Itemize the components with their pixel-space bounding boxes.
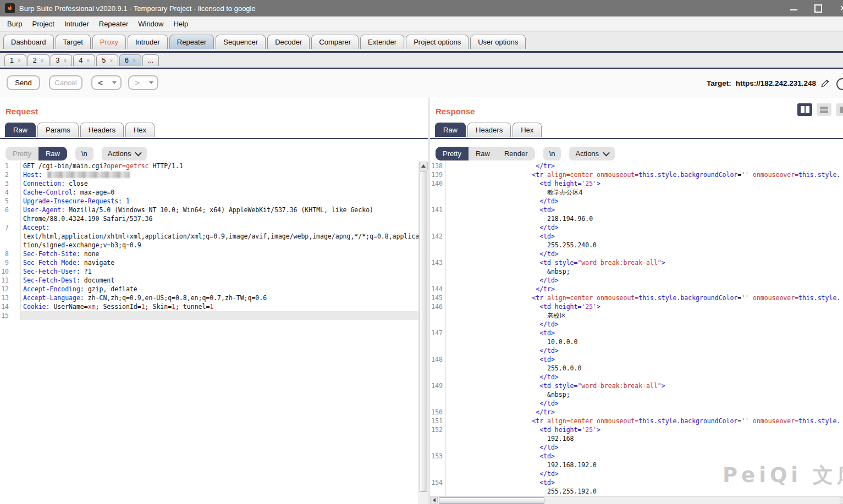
main-tab-sequencer[interactable]: Sequencer [216, 35, 266, 49]
response-view-raw[interactable]: Raw [469, 147, 497, 160]
main-tab-repeater[interactable]: Repeater [169, 35, 214, 49]
layout-columns-button[interactable] [797, 103, 812, 116]
forward-button[interactable]: > [128, 75, 158, 90]
editor-line[interactable]: 1GET /cgi-bin/main.cgi?oper=getrsc HTTP/… [0, 162, 419, 170]
main-tab-dashboard[interactable]: Dashboard [3, 35, 54, 49]
editor-line[interactable]: 11Sec-Fetch-Dest: document [0, 276, 419, 285]
minimize-button[interactable] [790, 4, 797, 12]
line-number: 147 [430, 329, 446, 337]
repeater-tab-2[interactable]: 2× [27, 54, 49, 66]
editor-line[interactable]: Chrome/88.0.4324.190 Safari/537.36 [0, 214, 419, 223]
close-tab-icon[interactable]: × [86, 58, 90, 64]
response-tab-hex[interactable]: Hex [513, 123, 542, 137]
main-tab-extender[interactable]: Extender [360, 35, 404, 49]
scroll-up-button[interactable] [419, 162, 428, 170]
line-number [430, 434, 446, 443]
editor-line[interactable]: 9Sec-Fetch-Mode: navigate [0, 258, 419, 267]
request-view-raw[interactable]: Raw [38, 147, 67, 160]
response-horizontal-scrollbar[interactable] [430, 496, 843, 504]
main-tab-proxy[interactable]: Proxy [92, 35, 126, 49]
request-view-pretty[interactable]: Pretty [5, 147, 38, 160]
response-tab-raw[interactable]: Raw [435, 123, 466, 137]
dropdown-arrow-icon[interactable] [112, 81, 117, 84]
close-tab-icon[interactable]: × [18, 58, 21, 64]
request-editor[interactable]: 1GET /cgi-bin/main.cgi?oper=getrsc HTTP/… [0, 162, 419, 504]
dropdown-arrow-icon[interactable] [149, 81, 153, 84]
close-tab-icon[interactable]: × [109, 58, 113, 64]
editor-line[interactable]: 12Accept-Encoding: gzip, deflate [0, 285, 419, 293]
editor-line[interactable]: 7Accept: [0, 223, 419, 232]
editor-line[interactable]: 15 [0, 311, 419, 320]
menu-item-window[interactable]: Window [133, 18, 168, 30]
repeater-tab-6[interactable]: 6× [119, 54, 141, 66]
menu-item-burp[interactable]: Burp [2, 18, 27, 30]
repeater-tab-more[interactable]: ... [142, 54, 159, 66]
line-number: 145 [430, 293, 446, 302]
request-tab-params[interactable]: Params [37, 123, 79, 137]
main-tab-decoder[interactable]: Decoder [267, 35, 310, 49]
request-tab-hex[interactable]: Hex [125, 123, 155, 137]
repeater-tab-4[interactable]: 4× [73, 54, 95, 66]
request-actions-button[interactable]: Actions [102, 147, 147, 160]
menu-item-project[interactable]: Project [27, 18, 59, 30]
repeater-tab-1[interactable]: 1× [4, 54, 26, 66]
main-tab-target[interactable]: Target [56, 35, 91, 49]
response-editor[interactable]: 138 </tr>139 <tr align=center onmouseout… [430, 162, 843, 497]
back-button[interactable]: < [91, 75, 122, 90]
editor-line: 255.255.240.0 [430, 241, 843, 250]
editor-line[interactable]: 8Sec-Fetch-Site: none [0, 250, 419, 258]
cancel-button[interactable]: Cancel [49, 75, 82, 90]
line-content: </td> [446, 443, 843, 452]
scrollbar-thumb[interactable] [420, 171, 427, 492]
editor-line: 141 <td> [430, 206, 843, 214]
close-tab-icon[interactable]: × [41, 58, 44, 64]
repeater-tab-3[interactable]: 3× [51, 54, 73, 66]
editor-line[interactable]: text/html,application/xhtml+xml,applicat… [0, 232, 419, 241]
line-number [430, 461, 446, 469]
repeater-tab-5[interactable]: 5× [96, 54, 118, 66]
response-actions-button[interactable]: Actions [569, 147, 615, 160]
editor-line[interactable]: 5Upgrade-Insecure-Requests: 1 [0, 197, 419, 206]
scroll-left-button[interactable] [430, 497, 438, 503]
editor-line[interactable]: tion/signed-exchange;v=b3;q=0.9 [0, 241, 419, 250]
line-number [430, 469, 446, 478]
response-view-render[interactable]: Render [497, 147, 535, 160]
editor-line[interactable]: 3Connection: close [0, 179, 419, 188]
response-view-pretty[interactable]: Pretty [436, 147, 469, 160]
help-icon[interactable] [836, 78, 843, 90]
menu-item-help[interactable]: Help [168, 18, 193, 30]
editor-line[interactable]: 13Accept-Language: zh-CN,zh;q=0.9,en-US;… [0, 293, 419, 302]
edit-target-pencil-icon[interactable] [820, 79, 830, 88]
maximize-button[interactable] [814, 4, 822, 12]
menu-item-repeater[interactable]: Repeater [94, 18, 133, 30]
main-tab-comparer[interactable]: Comparer [311, 35, 359, 49]
main-tab-project-options[interactable]: Project options [406, 35, 469, 49]
request-tab-raw[interactable]: Raw [5, 123, 36, 137]
scrollbar-thumb[interactable] [439, 497, 544, 504]
request-tab-headers[interactable]: Headers [80, 123, 124, 137]
response-newline-toggle[interactable]: \n [543, 147, 561, 160]
line-number [430, 364, 446, 373]
scroll-right-button[interactable] [840, 497, 843, 503]
response-tab-headers[interactable]: Headers [467, 123, 511, 137]
close-button[interactable]: ✕ [839, 4, 843, 12]
menu-item-intruder[interactable]: Intruder [59, 18, 94, 30]
title-bar: Burp Suite Professional v2020.9.1 - Temp… [0, 0, 843, 16]
line-content: Sec-Fetch-User: ?1 [21, 267, 419, 276]
editor-line[interactable]: 6User-Agent: Mozilla/5.0 (Windows NT 10.… [0, 206, 419, 214]
line-number: 139 [430, 170, 446, 179]
line-number: 14 [0, 302, 21, 311]
editor-line[interactable]: 2Host: [0, 170, 419, 179]
close-tab-icon[interactable]: × [64, 58, 67, 64]
request-newline-toggle[interactable]: \n [75, 147, 93, 160]
editor-line[interactable]: 14Cookie: UserName=xm; SessionId=1; Skin… [0, 302, 419, 311]
close-tab-icon[interactable]: × [133, 58, 136, 64]
editor-line[interactable]: 10Sec-Fetch-User: ?1 [0, 267, 419, 276]
request-vertical-scrollbar[interactable] [418, 162, 428, 504]
main-tab-intruder[interactable]: Intruder [128, 35, 168, 49]
main-tab-user-options[interactable]: User options [470, 35, 526, 49]
send-button[interactable]: Send [7, 75, 40, 90]
layout-single-button[interactable] [836, 103, 843, 116]
layout-rows-button[interactable] [817, 103, 831, 116]
editor-line[interactable]: 4Cache-Control: max-age=0 [0, 188, 419, 197]
